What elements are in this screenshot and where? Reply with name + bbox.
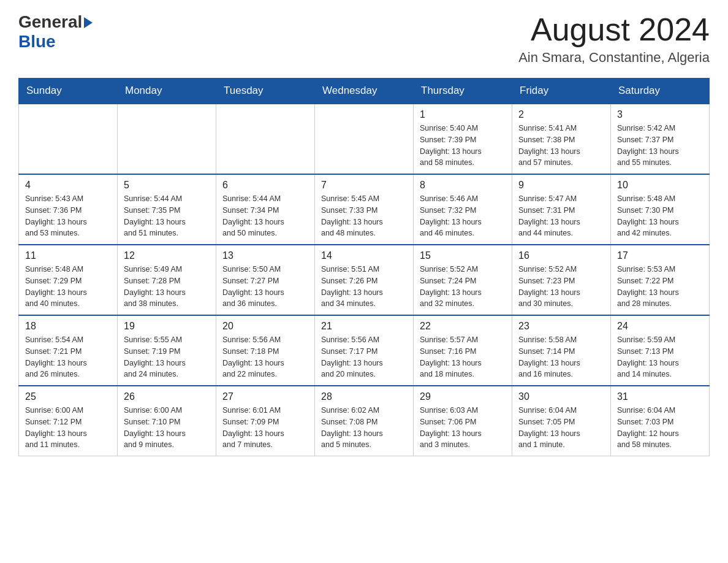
day-number: 9 [518,180,604,191]
header-thursday: Thursday [414,79,512,104]
day-cell-2-4: 7Sunrise: 5:45 AMSunset: 7:33 PMDaylight… [315,174,414,245]
day-info: Sunrise: 5:47 AMSunset: 7:31 PMDaylight:… [518,193,604,239]
day-number: 28 [321,391,407,402]
day-info: Sunrise: 5:56 AMSunset: 7:17 PMDaylight:… [321,334,407,380]
day-info: Sunrise: 5:55 AMSunset: 7:19 PMDaylight:… [124,334,210,380]
day-cell-2-3: 6Sunrise: 5:44 AMSunset: 7:34 PMDaylight… [216,174,315,245]
day-info: Sunrise: 5:49 AMSunset: 7:28 PMDaylight:… [124,264,210,310]
day-cell-1-1 [19,104,118,174]
day-cell-5-1: 25Sunrise: 6:00 AMSunset: 7:12 PMDayligh… [19,386,118,456]
day-cell-2-5: 8Sunrise: 5:46 AMSunset: 7:32 PMDaylight… [414,174,512,245]
day-cell-5-5: 29Sunrise: 6:03 AMSunset: 7:06 PMDayligh… [414,386,512,456]
day-number: 10 [617,180,703,191]
day-info: Sunrise: 5:53 AMSunset: 7:22 PMDaylight:… [617,264,703,310]
day-cell-3-2: 12Sunrise: 5:49 AMSunset: 7:28 PMDayligh… [118,245,216,315]
day-number: 24 [617,321,703,332]
day-number: 5 [124,180,210,191]
day-cell-2-2: 5Sunrise: 5:44 AMSunset: 7:35 PMDaylight… [118,174,216,245]
day-info: Sunrise: 5:42 AMSunset: 7:37 PMDaylight:… [617,123,703,169]
header: General Blue August 2024 Ain Smara, Cons… [18,12,710,66]
day-number: 3 [617,109,703,120]
day-number: 4 [25,180,111,191]
day-number: 21 [321,321,407,332]
day-info: Sunrise: 5:41 AMSunset: 7:38 PMDaylight:… [518,123,604,169]
day-number: 6 [222,180,308,191]
day-cell-5-2: 26Sunrise: 6:00 AMSunset: 7:10 PMDayligh… [118,386,216,456]
header-friday: Friday [512,79,611,104]
header-wednesday: Wednesday [315,79,414,104]
day-number: 29 [420,391,506,402]
day-cell-5-4: 28Sunrise: 6:02 AMSunset: 7:08 PMDayligh… [315,386,414,456]
day-info: Sunrise: 5:56 AMSunset: 7:18 PMDaylight:… [222,334,308,380]
day-cell-5-7: 31Sunrise: 6:04 AMSunset: 7:03 PMDayligh… [611,386,710,456]
week-row-1: 1Sunrise: 5:40 AMSunset: 7:39 PMDaylight… [19,104,710,174]
day-number: 19 [124,321,210,332]
week-row-3: 11Sunrise: 5:48 AMSunset: 7:29 PMDayligh… [19,245,710,315]
header-saturday: Saturday [611,79,710,104]
day-info: Sunrise: 5:54 AMSunset: 7:21 PMDaylight:… [25,334,111,380]
day-number: 14 [321,250,407,261]
day-number: 13 [222,250,308,261]
day-number: 12 [124,250,210,261]
day-number: 31 [617,391,703,402]
weekday-header-row: Sunday Monday Tuesday Wednesday Thursday… [19,79,710,104]
week-row-2: 4Sunrise: 5:43 AMSunset: 7:36 PMDaylight… [19,174,710,245]
day-info: Sunrise: 6:02 AMSunset: 7:08 PMDaylight:… [321,405,407,451]
day-number: 26 [124,391,210,402]
day-info: Sunrise: 6:03 AMSunset: 7:06 PMDaylight:… [420,405,506,451]
day-cell-4-3: 20Sunrise: 5:56 AMSunset: 7:18 PMDayligh… [216,315,315,386]
day-cell-3-7: 17Sunrise: 5:53 AMSunset: 7:22 PMDayligh… [611,245,710,315]
day-cell-3-3: 13Sunrise: 5:50 AMSunset: 7:27 PMDayligh… [216,245,315,315]
day-info: Sunrise: 6:04 AMSunset: 7:03 PMDaylight:… [617,405,703,451]
day-info: Sunrise: 5:45 AMSunset: 7:33 PMDaylight:… [321,193,407,239]
week-row-5: 25Sunrise: 6:00 AMSunset: 7:12 PMDayligh… [19,386,710,456]
day-number: 27 [222,391,308,402]
day-number: 17 [617,250,703,261]
day-number: 25 [25,391,111,402]
day-number: 1 [420,109,506,120]
subtitle: Ain Smara, Constantine, Algeria [518,50,710,66]
day-cell-1-6: 2Sunrise: 5:41 AMSunset: 7:38 PMDaylight… [512,104,611,174]
day-cell-3-5: 15Sunrise: 5:52 AMSunset: 7:24 PMDayligh… [414,245,512,315]
day-cell-4-7: 24Sunrise: 5:59 AMSunset: 7:13 PMDayligh… [611,315,710,386]
logo-general-text: General [18,12,82,32]
logo-blue-text: Blue [18,32,56,52]
day-info: Sunrise: 6:00 AMSunset: 7:10 PMDaylight:… [124,405,210,451]
day-cell-1-4 [315,104,414,174]
day-info: Sunrise: 5:52 AMSunset: 7:23 PMDaylight:… [518,264,604,310]
day-info: Sunrise: 5:43 AMSunset: 7:36 PMDaylight:… [25,193,111,239]
day-info: Sunrise: 5:40 AMSunset: 7:39 PMDaylight:… [420,123,506,169]
day-number: 30 [518,391,604,402]
day-cell-1-3 [216,104,315,174]
header-tuesday: Tuesday [216,79,315,104]
day-info: Sunrise: 5:46 AMSunset: 7:32 PMDaylight:… [420,193,506,239]
day-cell-2-6: 9Sunrise: 5:47 AMSunset: 7:31 PMDaylight… [512,174,611,245]
week-row-4: 18Sunrise: 5:54 AMSunset: 7:21 PMDayligh… [19,315,710,386]
day-cell-1-5: 1Sunrise: 5:40 AMSunset: 7:39 PMDaylight… [414,104,512,174]
day-info: Sunrise: 5:59 AMSunset: 7:13 PMDaylight:… [617,334,703,380]
day-cell-2-7: 10Sunrise: 5:48 AMSunset: 7:30 PMDayligh… [611,174,710,245]
header-sunday: Sunday [19,79,118,104]
day-cell-4-4: 21Sunrise: 5:56 AMSunset: 7:17 PMDayligh… [315,315,414,386]
day-cell-3-1: 11Sunrise: 5:48 AMSunset: 7:29 PMDayligh… [19,245,118,315]
logo-arrow [84,17,93,28]
day-number: 11 [25,250,111,261]
day-cell-4-2: 19Sunrise: 5:55 AMSunset: 7:19 PMDayligh… [118,315,216,386]
day-cell-4-6: 23Sunrise: 5:58 AMSunset: 7:14 PMDayligh… [512,315,611,386]
day-info: Sunrise: 5:51 AMSunset: 7:26 PMDaylight:… [321,264,407,310]
day-number: 22 [420,321,506,332]
day-cell-3-6: 16Sunrise: 5:52 AMSunset: 7:23 PMDayligh… [512,245,611,315]
title-area: August 2024 Ain Smara, Constantine, Alge… [518,12,710,66]
day-cell-5-6: 30Sunrise: 6:04 AMSunset: 7:05 PMDayligh… [512,386,611,456]
day-info: Sunrise: 5:52 AMSunset: 7:24 PMDaylight:… [420,264,506,310]
day-info: Sunrise: 6:00 AMSunset: 7:12 PMDaylight:… [25,405,111,451]
day-number: 8 [420,180,506,191]
day-info: Sunrise: 5:50 AMSunset: 7:27 PMDaylight:… [222,264,308,310]
day-info: Sunrise: 5:57 AMSunset: 7:16 PMDaylight:… [420,334,506,380]
day-info: Sunrise: 6:01 AMSunset: 7:09 PMDaylight:… [222,405,308,451]
logo: General Blue [18,12,93,52]
logo-text: General [18,12,93,32]
day-cell-3-4: 14Sunrise: 5:51 AMSunset: 7:26 PMDayligh… [315,245,414,315]
day-info: Sunrise: 5:48 AMSunset: 7:29 PMDaylight:… [25,264,111,310]
day-number: 23 [518,321,604,332]
